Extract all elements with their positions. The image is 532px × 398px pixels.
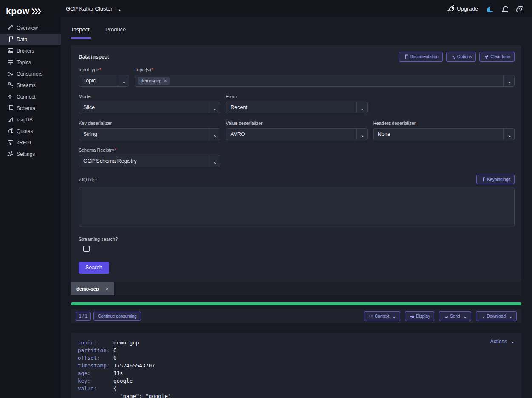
chevron-down-icon — [503, 75, 514, 86]
keybindings-button[interactable]: Keybindings — [476, 175, 515, 184]
share-icon — [7, 82, 13, 89]
chevron-down-icon — [116, 6, 121, 12]
kjq-filter-input[interactable] — [79, 187, 515, 227]
actions-dropdown[interactable]: Actions — [490, 339, 515, 344]
sidebar-item-settings[interactable]: Settings — [0, 148, 61, 160]
schema-registry-select[interactable]: GCP Schema Registry — [79, 155, 220, 167]
cluster-selector[interactable]: GCP Kafka Cluster — [66, 6, 121, 12]
topics-label: Topic(s)* — [135, 67, 515, 72]
send-icon — [443, 313, 448, 319]
options-button[interactable]: Options — [446, 52, 476, 62]
chevron-down-icon — [356, 129, 367, 140]
record-row: age:11s — [78, 370, 515, 377]
record-row: key:google — [78, 377, 515, 385]
topic-tag: demo-gcp × — [138, 77, 170, 85]
sidebar: kpow Overview Data Brokers Topics Consum… — [0, 0, 61, 398]
upgrade-label: Upgrade — [457, 6, 478, 12]
theme-toggle-moon-icon[interactable] — [486, 5, 493, 12]
content-area: Inspect Produce Data inspect Documentati… — [61, 17, 532, 398]
mode-field: Mode Slice — [79, 94, 220, 113]
record-panel: Actions topic:demo-gcp partition:0 offse… — [71, 333, 521, 398]
sliders-icon — [409, 313, 414, 319]
record-row: value:{ "name": "google" } — [78, 385, 515, 398]
headers-deserializer-field: Headers deserializer None — [373, 121, 515, 140]
kjq-filter-label: kJQ filter — [79, 177, 97, 182]
arrows-up-down-icon — [7, 93, 13, 100]
streaming-search-label: Streaming search? — [79, 237, 515, 242]
close-icon[interactable]: × — [106, 286, 109, 291]
sidebar-item-label: Data — [17, 37, 27, 42]
sidebar-item-connect[interactable]: Connect — [0, 91, 61, 102]
app-root: kpow Overview Data Brokers Topics Consum… — [0, 0, 532, 398]
sidebar-item-label: Streams — [17, 82, 36, 88]
key-deserializer-select[interactable]: String — [79, 128, 220, 140]
send-dropdown[interactable]: Send — [439, 311, 471, 321]
value-deserializer-field: Value deserializer AVRO — [226, 121, 367, 140]
search-button[interactable]: Search — [79, 262, 109, 274]
tab-inspect[interactable]: Inspect — [71, 23, 91, 39]
chevron-down-icon — [209, 102, 220, 113]
result-tab-strip: demo-gcp × — [71, 282, 521, 295]
sidebar-item-label: Quotas — [17, 128, 33, 134]
value-deserializer-label: Value deserializer — [226, 121, 367, 126]
from-label: From — [226, 94, 367, 99]
record-row: timestamp:1752465543707 — [78, 362, 515, 370]
topics-multiselect[interactable]: demo-gcp × — [135, 75, 515, 87]
results-toolbar: 1 / 1 Continue consuming Context Display — [71, 309, 521, 323]
mode-label: Mode — [79, 94, 220, 99]
from-select[interactable]: Recent — [226, 102, 367, 113]
document-icon — [7, 36, 13, 43]
sidebar-item-ksqldb[interactable]: ksqlDB — [0, 114, 61, 125]
input-type-select[interactable]: Topic — [79, 75, 129, 87]
clear-form-button[interactable]: Clear form — [479, 52, 515, 62]
sidebar-item-quotas[interactable]: Quotas — [0, 125, 61, 137]
topics-field: Topic(s)* demo-gcp × — [135, 67, 515, 87]
sidebar-item-label: Overview — [17, 25, 38, 31]
key-deserializer-label: Key deserializer — [79, 121, 220, 126]
key-deserializer-field: Key deserializer String — [79, 121, 220, 140]
consume-progress-bar — [71, 302, 521, 305]
download-icon — [480, 313, 485, 319]
double-chevron-down-icon — [7, 70, 13, 77]
headers-deserializer-label: Headers deserializer — [373, 121, 515, 126]
rocket-icon — [7, 116, 13, 123]
streaming-search-checkbox[interactable] — [83, 246, 90, 252]
sidebar-item-overview[interactable]: Overview — [0, 22, 61, 34]
sidebar-item-label: Consumers — [17, 71, 42, 77]
sidebar-item-consumers[interactable]: Consumers — [0, 68, 61, 79]
data-inspect-card: Data inspect Documentation Options Cl — [71, 45, 521, 282]
sidebar-item-topics[interactable]: Topics — [0, 56, 61, 68]
from-field: From Recent — [226, 94, 367, 113]
kpow-logo[interactable]: kpow — [0, 0, 61, 22]
continue-consuming-button[interactable]: Continue consuming — [93, 312, 141, 321]
download-dropdown[interactable]: Download — [476, 311, 517, 321]
gear-icon — [450, 54, 455, 59]
logo-chevrons-icon — [31, 8, 42, 15]
sidebar-item-data[interactable]: Data — [0, 34, 61, 45]
sidebar-item-krepl[interactable]: kREPL — [0, 137, 61, 148]
sidebar-item-streams[interactable]: Streams — [0, 79, 61, 91]
documentation-button[interactable]: Documentation — [399, 52, 443, 62]
headers-deserializer-select[interactable]: None — [373, 128, 515, 140]
help-icon[interactable] — [515, 5, 523, 12]
sidebar-item-brokers[interactable]: Brokers — [0, 45, 61, 56]
card-title: Data inspect — [79, 54, 109, 60]
sidebar-item-label: Brokers — [17, 48, 34, 54]
document-icon — [403, 54, 408, 59]
upgrade-button[interactable]: Upgrade — [447, 4, 478, 13]
chevron-down-icon — [391, 313, 396, 319]
tab-produce[interactable]: Produce — [105, 23, 127, 39]
chevron-down-icon — [209, 155, 220, 167]
remove-topic-icon[interactable]: × — [164, 79, 167, 83]
result-tab-demo-gcp[interactable]: demo-gcp × — [71, 282, 114, 295]
sidebar-item-schema[interactable]: Schema — [0, 102, 61, 114]
mode-select[interactable]: Slice — [79, 102, 220, 113]
value-deserializer-select[interactable]: AVRO — [226, 128, 367, 140]
sidebar-item-label: ksqlDB — [17, 117, 33, 123]
display-button[interactable]: Display — [405, 311, 434, 321]
rocket-icon — [447, 4, 454, 13]
bell-icon[interactable] — [501, 5, 508, 12]
sidebar-item-label: Topics — [17, 59, 31, 65]
context-dropdown[interactable]: Context — [364, 311, 400, 321]
home-icon — [7, 24, 13, 31]
